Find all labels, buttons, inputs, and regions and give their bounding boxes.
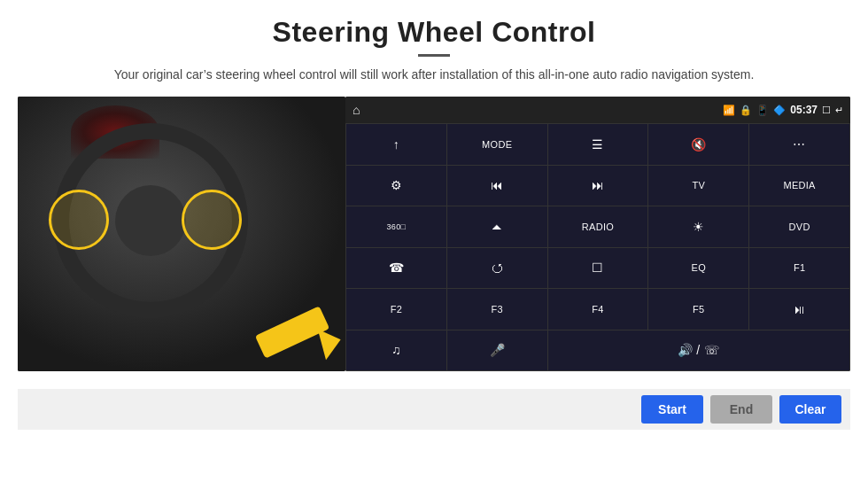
apps-button[interactable]: ⋯	[749, 124, 849, 165]
radio-button[interactable]: RADIO	[548, 206, 648, 247]
navi-button[interactable]: ⭯	[447, 248, 547, 289]
steering-bg	[18, 97, 345, 371]
steering-wheel-center	[115, 185, 186, 256]
vol-call-button[interactable]: 🔊 / ☏	[548, 330, 849, 371]
brightness-button[interactable]: ☀	[648, 206, 748, 247]
home-icon[interactable]: ⌂	[353, 103, 360, 117]
mute-button[interactable]: 🔇	[648, 124, 748, 165]
page-wrapper: Steering Wheel Control Your original car…	[0, 0, 868, 482]
mic-button[interactable]: 🎤	[447, 330, 547, 371]
arrow-head	[318, 324, 345, 360]
f1-button[interactable]: F1	[749, 248, 849, 289]
prev-button[interactable]: ⏮	[447, 166, 547, 206]
eq-button[interactable]: EQ	[648, 248, 748, 289]
start-button[interactable]: Start	[641, 395, 703, 424]
cam360-button[interactable]: 360□	[346, 206, 446, 247]
playpause-button[interactable]: ⏯	[749, 289, 849, 330]
menu-button[interactable]: ☰	[548, 124, 648, 165]
window-icon: ☐	[822, 105, 831, 116]
f4-button[interactable]: F4	[548, 289, 648, 330]
tv-button[interactable]: TV	[648, 166, 748, 206]
end-button[interactable]: End	[710, 395, 772, 424]
media-button[interactable]: MEDIA	[749, 166, 849, 206]
settings-button[interactable]: ⚙	[346, 166, 446, 206]
clear-button[interactable]: Clear	[779, 395, 841, 424]
phone-button[interactable]: ☎	[346, 248, 446, 289]
f5-button[interactable]: F5	[648, 289, 748, 330]
headunit-panel: ⌂ 📶 🔒 📱 🔷 05:37 ☐ ↵ ↑ MODE ☰ 🔇	[345, 97, 850, 371]
back-icon: ↵	[835, 105, 843, 116]
title-divider	[418, 54, 450, 57]
content-row: ⌂ 📶 🔒 📱 🔷 05:37 ☐ ↵ ↑ MODE ☰ 🔇	[18, 97, 850, 389]
eject-button[interactable]: ⏶	[447, 206, 547, 247]
nav-button[interactable]: ↑	[346, 124, 446, 165]
status-bar: ⌂ 📶 🔒 📱 🔷 05:37 ☐ ↵	[345, 97, 850, 123]
dvd-button[interactable]: DVD	[749, 206, 849, 247]
bt-icon: 🔷	[773, 105, 786, 116]
wifi-icon: 📶	[723, 105, 735, 116]
bottom-bar: Start End Clear	[18, 389, 850, 430]
button-grid: ↑ MODE ☰ 🔇 ⋯ ⚙ ⏮ ⏭ TV MEDIA 360□ ⏶ RADIO…	[345, 123, 850, 371]
highlight-circle-left	[49, 190, 109, 250]
mode-button[interactable]: MODE	[447, 124, 547, 165]
highlight-circle-right	[182, 190, 242, 250]
status-left: ⌂	[353, 103, 363, 117]
f3-button[interactable]: F3	[447, 289, 547, 330]
f2-button[interactable]: F2	[346, 289, 446, 330]
sd-icon: 📱	[756, 105, 769, 116]
status-time: 05:37	[790, 104, 818, 116]
steering-wheel-image	[18, 97, 345, 371]
lock-icon: 🔒	[740, 105, 752, 116]
next-button[interactable]: ⏭	[548, 166, 648, 206]
screen-button[interactable]: ☐	[548, 248, 648, 289]
status-right: 📶 🔒 📱 🔷 05:37 ☐ ↵	[723, 104, 843, 116]
music-button[interactable]: ♫	[346, 330, 446, 371]
page-title: Steering Wheel Control	[273, 16, 596, 49]
page-subtitle: Your original car’s steering wheel contr…	[114, 66, 755, 84]
